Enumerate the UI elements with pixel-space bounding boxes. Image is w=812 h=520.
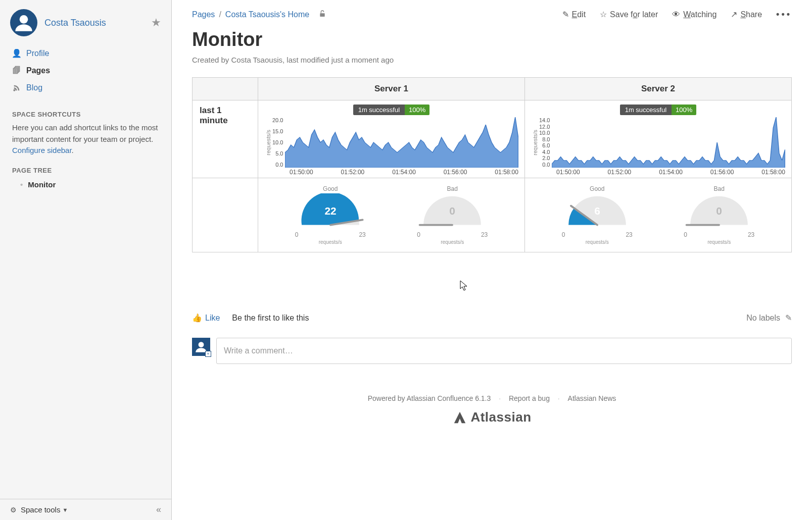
footer-powered[interactable]: Powered by Atlassian Confluence 6.1.3: [368, 394, 491, 402]
page-title: Monitor: [192, 29, 792, 50]
share-button[interactable]: ↗ Share: [731, 10, 762, 19]
space-tools-button[interactable]: Space tools: [21, 505, 60, 514]
breadcrumb-home[interactable]: Costa Tsaousis's Home: [225, 10, 309, 19]
breadcrumb-pages[interactable]: Pages: [192, 10, 215, 19]
shortcuts-text: Here you can add shortcut links to the m…: [0, 121, 171, 158]
gear-icon: ⚙: [10, 506, 17, 514]
page-actions: ✎ Edit ☆ Save for later 👁 Watching ↗ Sha…: [562, 9, 792, 20]
atlassian-logo[interactable]: Atlassian: [452, 409, 531, 425]
sidebar: Costa Tsaousis ★ 👤 Profile 🗐 Pages Blog …: [0, 0, 172, 520]
svg-text:0: 0: [449, 205, 455, 217]
like-prompt: Be the first to like this: [232, 314, 309, 323]
header-server2: Server 2: [525, 78, 792, 100]
thumb-icon: 👍: [192, 313, 202, 323]
breadcrumb-sep: /: [219, 10, 221, 19]
person-icon: 👤: [12, 48, 21, 58]
page-tree-item-monitor[interactable]: Monitor: [0, 177, 171, 192]
gauges-s2: Good 6 023 requests/s Bad 0 023 requests…: [525, 178, 792, 252]
page-tree-heading: PAGE TREE: [0, 158, 171, 177]
space-avatar[interactable]: [10, 9, 37, 36]
gauge-row-label: [193, 178, 258, 252]
more-actions-button[interactable]: •••: [776, 9, 792, 20]
like-bar: 👍 Like Be the first to like this No labe…: [192, 313, 792, 323]
comment-bar: + Write a comment…: [192, 338, 792, 364]
caret-down-icon: ▼: [62, 507, 68, 513]
page-byline: Created by Costa Tsaousis, last modified…: [192, 56, 792, 64]
share-icon: ↗: [731, 10, 737, 19]
svg-point-11: [199, 342, 204, 347]
row-label: last 1 minute: [193, 100, 258, 178]
comment-avatar[interactable]: +: [192, 338, 210, 356]
configure-sidebar-link[interactable]: Configure sidebar: [12, 146, 72, 154]
y-label: requests/s: [264, 130, 272, 155]
edit-labels-icon[interactable]: ✎: [785, 313, 792, 323]
sidebar-footer: ⚙ Space tools ▼ «: [0, 499, 171, 520]
breadcrumb: Pages / Costa Tsaousis's Home: [192, 10, 309, 19]
like-button[interactable]: 👍 Like: [192, 313, 220, 323]
y-label: requests/s: [531, 130, 539, 155]
svg-text:6: 6: [594, 205, 600, 217]
header-empty: [193, 78, 258, 100]
gauges-s1: Good 22 023 requests/s Bad 0 023 request…: [258, 178, 525, 252]
sidebar-item-label: Pages: [26, 66, 50, 75]
gauge-bad: Bad 0 023 requests/s: [412, 185, 493, 245]
shortcuts-heading: SPACE SHORTCUTS: [0, 101, 171, 121]
main-content: Pages / Costa Tsaousis's Home ✎ Edit ☆ S…: [172, 0, 812, 520]
status-badge: 1m successful100%: [353, 105, 430, 115]
pencil-icon: ✎: [562, 10, 569, 19]
rss-icon: [12, 84, 21, 92]
sidebar-item-pages[interactable]: 🗐 Pages: [0, 62, 171, 79]
watching-button[interactable]: 👁 Watching: [672, 10, 717, 19]
space-name-link[interactable]: Costa Tsaousis: [44, 18, 151, 28]
eye-icon: 👁: [672, 10, 680, 19]
sidebar-item-label: Blog: [26, 83, 42, 92]
status-badge: 1m successful100%: [620, 105, 697, 115]
gauge-bad: Bad 0 023 requests/s: [679, 185, 759, 245]
add-user-icon: +: [205, 351, 211, 357]
star-outline-icon: ☆: [600, 10, 607, 19]
svg-text:0: 0: [716, 205, 722, 217]
sidebar-nav: 👤 Profile 🗐 Pages Blog: [0, 41, 171, 101]
svg-text:22: 22: [324, 205, 336, 217]
comment-input[interactable]: Write a comment…: [216, 338, 792, 364]
chart-s2: 1m successful100% requests/s 14.012.010.…: [525, 100, 792, 178]
save-for-later-button[interactable]: ☆ Save for later: [600, 10, 658, 19]
header-server1: Server 1: [258, 78, 525, 100]
no-labels-text: No labels: [746, 314, 780, 323]
footer: Powered by Atlassian Confluence 6.1.3 · …: [192, 394, 792, 427]
sidebar-item-profile[interactable]: 👤 Profile: [0, 44, 171, 62]
footer-bug[interactable]: Report a bug: [509, 394, 550, 402]
gauge-good: Good 6 023 requests/s: [557, 185, 638, 245]
unlock-icon[interactable]: [318, 10, 326, 20]
svg-point-1: [13, 89, 15, 91]
footer-news[interactable]: Atlassian News: [568, 394, 616, 402]
collapse-sidebar-icon[interactable]: «: [156, 504, 161, 515]
chart-s1: 1m successful100% requests/s 20.015.010.…: [258, 100, 525, 178]
sidebar-item-blog[interactable]: Blog: [0, 79, 171, 96]
svg-point-0: [20, 15, 28, 24]
svg-rect-2: [320, 13, 325, 17]
sidebar-item-label: Profile: [26, 49, 49, 58]
topbar: Pages / Costa Tsaousis's Home ✎ Edit ☆ S…: [192, 0, 792, 20]
pages-icon: 🗐: [12, 66, 21, 75]
edit-button[interactable]: ✎ Edit: [562, 10, 586, 19]
gauge-good: Good 22 023 requests/s: [290, 185, 371, 245]
monitor-table: Server 1 Server 2 last 1 minute 1m succe…: [192, 77, 792, 252]
space-header: Costa Tsaousis ★: [0, 0, 171, 41]
star-icon[interactable]: ★: [151, 16, 161, 29]
